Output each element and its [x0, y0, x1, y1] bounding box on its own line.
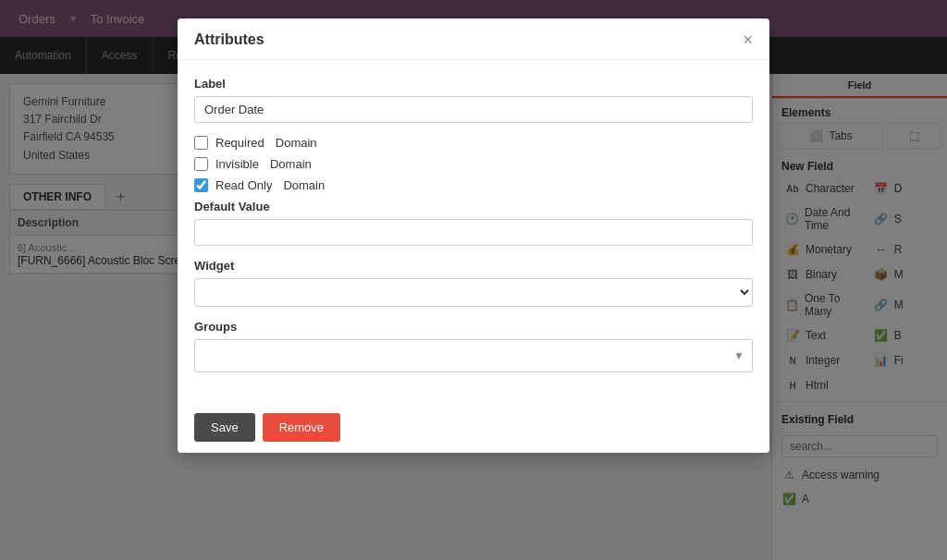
read-only-domain-label[interactable]: Domain: [283, 178, 325, 192]
default-value-input[interactable]: [194, 219, 753, 246]
attributes-modal: Attributes × Label Required Domain: [178, 18, 769, 453]
remove-button[interactable]: Remove: [263, 413, 340, 442]
modal-header: Attributes ×: [178, 18, 769, 60]
invisible-checkbox-row: Invisible Domain: [194, 157, 753, 171]
modal-overlay: Attributes × Label Required Domain: [0, 0, 947, 560]
required-domain-label[interactable]: Domain: [276, 136, 317, 150]
modal-footer: Save Remove: [178, 402, 769, 453]
groups-dropdown[interactable]: ▼: [194, 339, 753, 372]
label-input[interactable]: [194, 96, 753, 123]
groups-group: Groups ▼: [194, 320, 753, 372]
widget-group: Widget: [194, 259, 753, 307]
default-value-label: Default Value: [194, 200, 753, 213]
widget-select[interactable]: [194, 278, 753, 307]
read-only-label: Read Only: [215, 178, 272, 192]
label-field-label: Label: [194, 77, 753, 91]
widget-label: Widget: [194, 259, 753, 273]
read-only-checkbox[interactable]: [194, 178, 208, 192]
required-checkbox-row: Required Domain: [194, 136, 753, 150]
modal-title: Attributes: [194, 31, 264, 48]
read-only-checkbox-row: Read Only Domain: [194, 178, 753, 192]
invisible-domain-label[interactable]: Domain: [270, 157, 312, 171]
default-value-group: Default Value: [194, 200, 753, 246]
invisible-checkbox[interactable]: [194, 157, 208, 171]
invisible-label: Invisible: [215, 157, 259, 171]
required-label: Required: [215, 136, 264, 150]
modal-body: Label Required Domain Invisible Domain: [178, 60, 769, 402]
required-checkbox[interactable]: [194, 136, 208, 150]
groups-label: Groups: [194, 320, 753, 334]
page-wrapper: Orders ▾ To Invoice Automation Access Re…: [0, 0, 947, 560]
label-field-group: Label: [194, 77, 753, 123]
groups-arrow-icon: ▼: [733, 349, 744, 362]
save-button[interactable]: Save: [194, 413, 255, 442]
modal-close-button[interactable]: ×: [743, 31, 753, 48]
